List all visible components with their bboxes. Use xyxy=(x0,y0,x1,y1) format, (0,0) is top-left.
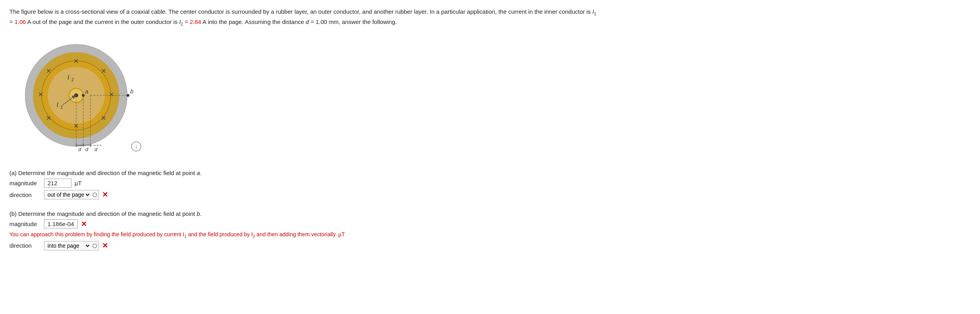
svg-text:×: × xyxy=(38,89,44,99)
part-b-magnitude-inline: magnitude 1.186e-04 ✕ xyxy=(9,219,87,228)
problem-statement: The figure below is a cross-sectional vi… xyxy=(9,7,598,27)
I2-equals: = xyxy=(185,18,190,25)
svg-text:1: 1 xyxy=(60,105,63,110)
svg-point-37 xyxy=(127,94,130,97)
I1-value: 1.06 xyxy=(15,18,26,25)
I2-unit-text: A into the page. Assuming the distance xyxy=(203,18,304,25)
part-a: (a) Determine the magnitude and directio… xyxy=(9,170,971,199)
part-b-magnitude-area: magnitude 1.186e-04 ✕ You can approach t… xyxy=(9,219,971,241)
svg-text:×: × xyxy=(101,66,106,76)
direction-dropdown-b[interactable]: into the page out of the page to the lef… xyxy=(46,242,91,249)
part-a-magnitude-row: magnitude 212 μT xyxy=(9,179,971,188)
dropdown-arrow-b: ⬡ xyxy=(92,243,97,249)
part-b: (b) Determine the magnitude and directio… xyxy=(9,210,971,250)
I1-symbol: I1 xyxy=(592,8,596,15)
svg-text:b: b xyxy=(130,88,133,95)
svg-point-35 xyxy=(82,94,85,97)
d-value: 1.00 mm, answer the following. xyxy=(316,18,397,25)
part-b-title: (b) Determine the magnitude and directio… xyxy=(9,210,971,217)
svg-text:×: × xyxy=(46,66,51,76)
d-symbol: d xyxy=(306,18,309,25)
hint-text-b: You can approach this problem by finding… xyxy=(9,230,345,239)
svg-text:×: × xyxy=(46,113,51,123)
svg-text:×: × xyxy=(101,113,106,123)
parts-container: (a) Determine the magnitude and directio… xyxy=(9,170,971,250)
direction-label-b: direction xyxy=(9,242,41,249)
d-equals: = xyxy=(311,18,316,25)
hint-unit: μT xyxy=(338,231,345,237)
I2-value: 2.84 xyxy=(190,18,201,25)
part-a-title: (a) Determine the magnitude and directio… xyxy=(9,170,971,176)
part-a-direction-row: direction out of the page into the page … xyxy=(9,190,971,199)
x-mark-a[interactable]: ✕ xyxy=(102,190,108,199)
I1-equals: = xyxy=(9,18,15,25)
magnitude-label-b: magnitude xyxy=(9,221,41,227)
x-mark-b[interactable]: ✕ xyxy=(102,241,108,250)
figure-area: × × × × × × × × I 2 I 1 d d d xyxy=(9,35,971,160)
svg-text:i: i xyxy=(136,144,137,150)
magnitude-label-a: magnitude xyxy=(9,180,41,186)
svg-text:×: × xyxy=(109,89,114,99)
svg-text:d: d xyxy=(94,146,97,152)
svg-text:I: I xyxy=(57,102,59,108)
svg-text:2: 2 xyxy=(71,77,74,82)
coaxial-figure: × × × × × × × × I 2 I 1 d d d xyxy=(9,35,143,160)
intro-text: The figure below is a cross-sectional vi… xyxy=(9,8,591,15)
direction-label-a: direction xyxy=(9,192,41,198)
svg-text:×: × xyxy=(74,56,79,66)
direction-select-b[interactable]: into the page out of the page to the lef… xyxy=(44,241,99,250)
I1-unit-text: A out of the page and the current in the… xyxy=(27,18,177,25)
direction-dropdown-a[interactable]: out of the page into the page to the lef… xyxy=(46,191,91,198)
svg-text:I: I xyxy=(68,74,69,81)
I2-symbol: I2 xyxy=(179,18,183,25)
hint-sub1: 1 xyxy=(184,234,186,239)
svg-text:d: d xyxy=(85,146,88,152)
direction-select-a[interactable]: out of the page into the page to the lef… xyxy=(44,190,99,199)
magnitude-value-a: 212 xyxy=(44,179,71,188)
svg-text:d: d xyxy=(78,146,81,152)
x-mark-b-magnitude[interactable]: ✕ xyxy=(81,220,87,228)
hint-sub2: 2 xyxy=(253,234,255,239)
part-b-direction-row: direction into the page out of the page … xyxy=(9,241,971,250)
svg-text:a: a xyxy=(85,88,88,95)
magnitude-unit-a: μT xyxy=(75,180,82,186)
dropdown-arrow-a: ⬡ xyxy=(92,192,97,198)
magnitude-value-b: 1.186e-04 xyxy=(44,219,78,228)
